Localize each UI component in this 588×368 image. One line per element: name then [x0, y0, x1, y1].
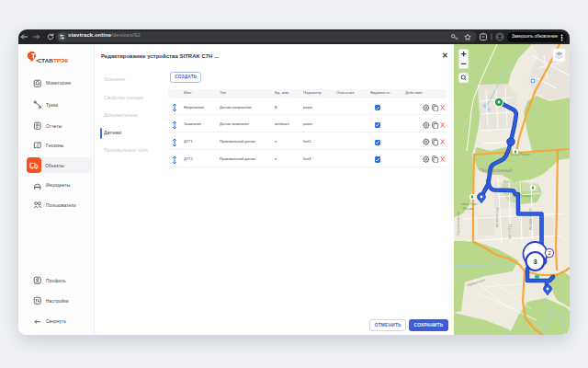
svg-text:Пирогова: Пирогова [508, 224, 512, 239]
svg-text:сквер Ракеты: сквер Ракеты [511, 153, 531, 156]
svg-text:3: 3 [533, 258, 537, 266]
svg-text:СТАВ: СТАВ [38, 57, 53, 63]
svg-text:2: 2 [548, 250, 550, 256]
svg-text:Рогожникова: Рогожникова [495, 208, 499, 227]
svg-text:Перспективная: Перспективная [457, 213, 460, 236]
svg-text:ТРЭК: ТРЭК [53, 57, 68, 63]
svg-text:Промышленный: Промышленный [480, 167, 512, 173]
svg-text:России: России [463, 207, 473, 211]
svg-text:50 лет ВЛКСМ: 50 лет ВЛКСМ [528, 208, 532, 230]
svg-text:сквер Геро...: сквер Геро... [461, 202, 480, 206]
